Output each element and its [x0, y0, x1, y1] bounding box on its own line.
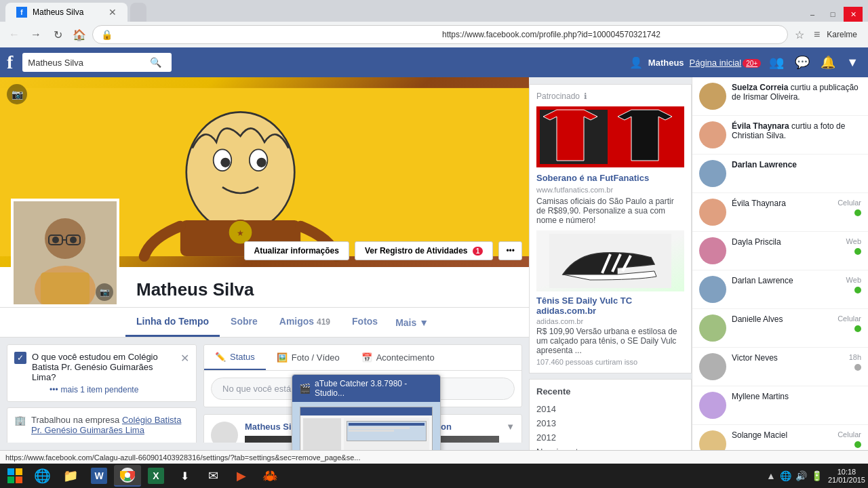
work-link[interactable]: Colégio Batista Pr. Genésio Guimarães Li… — [31, 415, 181, 435]
nav-home-link[interactable]: Página inicial20+ — [690, 58, 762, 68]
status-bar: https://www.facebook.com/Calagu-azull-66… — [0, 450, 868, 464]
tab-timeline[interactable]: Linha do Tempo — [125, 308, 220, 337]
friend-name-victor[interactable]: Victor Neves — [732, 353, 844, 363]
taskbar-ie-button[interactable]: 🌐 — [28, 465, 56, 487]
facebook-search-box[interactable]: 🔍 — [22, 53, 172, 72]
back-button[interactable]: ← — [5, 26, 23, 43]
education-icon: 🎓 — [14, 442, 26, 443]
tray-network-icon[interactable]: 🌐 — [780, 470, 791, 481]
taskbar-chrome-button[interactable] — [114, 465, 141, 487]
friend-item-danielle: Danielle Alves Celular — [692, 309, 868, 348]
friend-avatar-evila — [699, 199, 726, 226]
photo-icon: 🖼️ — [277, 352, 288, 363]
more-options-button[interactable]: ••• — [498, 241, 522, 260]
timeline-year-2014[interactable]: 2014 — [536, 402, 684, 416]
post-tab-photo[interactable]: 🖼️ Foto / Vídeo — [266, 345, 351, 370]
cover-camera-icon[interactable]: 📷 — [7, 84, 27, 104]
ad1-title[interactable]: Soberano é na FutFanatics — [536, 173, 684, 183]
poster-avatar — [211, 422, 238, 443]
profile-camera-icon[interactable]: 📷 — [96, 283, 113, 301]
facebook-search-input[interactable] — [28, 58, 150, 68]
ad1-url: www.futfanatics.com.br — [536, 186, 684, 194]
minimize-button[interactable]: – — [803, 7, 822, 22]
post-tab-event[interactable]: 📅 Acontecimento — [351, 345, 446, 370]
friend-name-evila[interactable]: Évila Thaynara — [732, 199, 832, 208]
update-prompt-box: ✓ O que você estudou em Colégio Batista … — [7, 344, 197, 402]
restore-button[interactable]: □ — [823, 7, 842, 22]
taskbar-excel-button[interactable]: X — [142, 465, 170, 487]
tray-sound-icon[interactable]: 🔊 — [795, 470, 807, 481]
taskbar-right-area: ▲ 🌐 🔊 🔋 10:18 21/01/2015 — [766, 468, 865, 484]
tray-battery-icon[interactable]: 🔋 — [811, 470, 823, 481]
status-url: https://www.facebook.com/Calagu-azull-66… — [5, 453, 360, 462]
window-controls: – □ ✕ — [803, 7, 863, 22]
timeline-year-birth[interactable]: Nascimento — [536, 445, 684, 450]
settings-icon[interactable]: ≡ — [814, 28, 820, 41]
ad2-title[interactable]: Tênis SE Daily Vulc TC adidas.com.br — [536, 296, 684, 316]
timeline-year-2012[interactable]: 2012 — [536, 430, 684, 445]
timeline-nav-box: Recente 2014 2013 2012 Nascimento — [529, 379, 692, 450]
utorrent-icon: ⬇ — [176, 468, 193, 484]
notif-text-evila1: Évila Thaynara curtiu a foto de Christia… — [732, 121, 861, 140]
friend-item-myllene: Myllene Martins — [692, 386, 868, 425]
more-options-icon[interactable]: ▼ — [844, 53, 861, 73]
tab-title: Matheus Silva — [33, 7, 83, 17]
address-bar[interactable]: 🔒 https://www.facebook.com/profile.php?i… — [92, 25, 788, 44]
taskbar-media-button[interactable]: ▶ — [228, 465, 255, 487]
nav-user-link[interactable]: Matheus — [648, 58, 684, 68]
post-tab-status[interactable]: ✏️ Status — [204, 345, 266, 370]
friend-requests-icon[interactable]: 👥 — [766, 52, 787, 73]
tab-about[interactable]: Sobre — [220, 308, 269, 337]
activity-log-button[interactable]: Ver Registro de Atividades 1 — [355, 241, 494, 260]
new-tab-button[interactable] — [130, 3, 146, 22]
taskbar-atube-button[interactable]: 🦀 — [256, 465, 283, 487]
sponsored-info-icon[interactable]: ℹ — [584, 92, 587, 101]
notif-item-suelza: Suelza Correia curtiu a publicação de Ir… — [692, 77, 868, 116]
taskbar-mail-button[interactable]: ✉ — [199, 465, 226, 487]
update-prompt-text: O que você estudou em Colégio Batista Pr… — [32, 352, 175, 382]
forward-button[interactable]: → — [27, 26, 45, 43]
tab-photos[interactable]: Fotos — [341, 308, 389, 337]
close-button[interactable]: ✕ — [844, 7, 863, 22]
friend-status-evila: Celular — [837, 199, 861, 216]
dismiss-update-button[interactable]: ✕ — [180, 352, 189, 365]
browser-window: f Matheus Silva ✕ – □ ✕ ← → ↻ 🏠 🔒 https:… — [0, 0, 868, 47]
friend-name-solange[interactable]: Solange Maciel — [732, 430, 832, 440]
tab-close-button[interactable]: ✕ — [108, 7, 117, 18]
system-tray-icons: ▲ 🌐 🔊 🔋 — [766, 470, 823, 481]
start-button[interactable] — [3, 464, 27, 488]
active-tab[interactable]: f Matheus Silva ✕ — [5, 3, 127, 22]
friend-status-danielle: Celular — [837, 314, 861, 332]
post-type-tabs: ✏️ Status 🖼️ Foto / Vídeo 📅 Aconteciment… — [204, 345, 521, 371]
tray-arrow-icon[interactable]: ▲ — [766, 470, 776, 481]
friend-status-victor: 18h — [849, 353, 861, 371]
friend-name-myllene[interactable]: Myllene Martins — [732, 392, 861, 401]
update-checkbox-icon: ✓ — [14, 352, 26, 364]
friend-name-darlan[interactable]: Darlan Lawrence — [732, 276, 841, 285]
taskbar-word-button[interactable]: W — [85, 465, 113, 487]
taskbar-explorer-button[interactable]: 📁 — [57, 465, 84, 487]
update-info-button[interactable]: Atualizar informações — [244, 241, 349, 260]
friend-name-danielle[interactable]: Danielle Alves — [732, 314, 832, 324]
ie-icon: 🌐 — [34, 468, 50, 484]
friend-status-dayla: Web — [846, 237, 861, 255]
notif-text-darlan1: Darlan Lawrence — [732, 160, 861, 169]
tab-more[interactable]: Mais ▼ — [389, 309, 435, 336]
reload-button[interactable]: ↻ — [49, 26, 66, 43]
timeline-year-2013[interactable]: 2013 — [536, 416, 684, 430]
tab-friends[interactable]: Amigos 419 — [269, 308, 341, 337]
notifications-icon[interactable]: 🔔 — [818, 52, 838, 73]
pending-items-link[interactable]: ••• mais 1 item pendente — [50, 385, 175, 394]
taskbar-utorrent-button[interactable]: ⬇ — [171, 465, 198, 487]
mail-icon: ✉ — [205, 468, 221, 484]
bookmark-star-icon[interactable]: ☆ — [795, 28, 804, 41]
friend-avatar-darlan — [699, 276, 726, 303]
messages-icon[interactable]: 💬 — [792, 52, 812, 73]
home-button[interactable]: 🏠 — [71, 26, 88, 43]
profile-name: Matheus Silva — [136, 279, 254, 300]
friend-item-solange: Solange Maciel Celular — [692, 425, 868, 450]
notif-avatar-darlan1 — [699, 160, 726, 187]
profile-info-bar: 📷 Matheus Silva — [0, 267, 529, 308]
post-dropdown-icon[interactable]: ▼ — [506, 422, 515, 443]
friend-name-dayla[interactable]: Dayla Priscila — [732, 237, 841, 247]
